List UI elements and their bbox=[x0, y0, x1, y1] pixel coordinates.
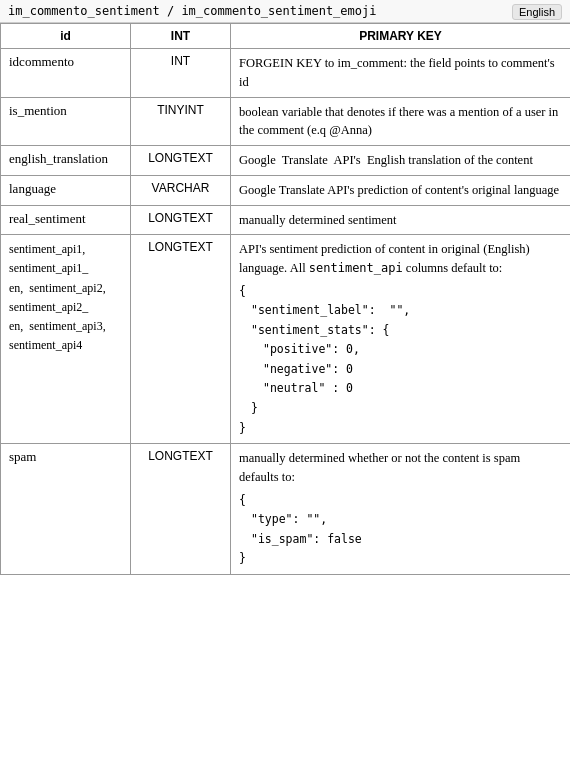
row-type-is-mention: TINYINT bbox=[131, 97, 231, 146]
row-type-language: VARCHAR bbox=[131, 175, 231, 205]
code-block-spam: { "type": "", "is_spam": false } bbox=[239, 491, 562, 569]
spam-defaults-label: defaults to: bbox=[239, 470, 295, 484]
row-desc-real-sentiment: manually determined sentiment bbox=[231, 205, 571, 235]
desc-intro: API's sentiment prediction of content in… bbox=[239, 242, 530, 275]
table-row: idcommento INT FORGEIN KEY to im_comment… bbox=[1, 49, 571, 98]
breadcrumb-text: im_commento_sentiment / im_commento_sent… bbox=[8, 4, 376, 18]
row-type-spam: LONGTEXT bbox=[131, 444, 231, 575]
code-line: } bbox=[239, 419, 562, 439]
code-line: } bbox=[251, 399, 562, 419]
page-wrapper: im_commento_sentiment / im_commento_sent… bbox=[0, 0, 570, 575]
row-desc-is-mention: boolean variable that denotes if there w… bbox=[231, 97, 571, 146]
table-row: sentiment_api1, sentiment_api1_ en, sent… bbox=[1, 235, 571, 444]
breadcrumb-bar: im_commento_sentiment / im_commento_sent… bbox=[0, 0, 570, 23]
table-row: english_translation LONGTEXT Google Tran… bbox=[1, 146, 571, 176]
row-type-sentiment-api: LONGTEXT bbox=[131, 235, 231, 444]
code-line: { bbox=[239, 491, 562, 511]
header-type: INT bbox=[131, 24, 231, 49]
row-type-english-translation: LONGTEXT bbox=[131, 146, 231, 176]
row-id-spam: spam bbox=[1, 444, 131, 575]
code-line: "is_spam": false bbox=[251, 530, 562, 550]
row-id-idcommento: idcommento bbox=[1, 49, 131, 98]
row-id-real-sentiment: real_sentiment bbox=[1, 205, 131, 235]
schema-table: id INT PRIMARY KEY idcommento INT FORGEI… bbox=[0, 23, 570, 575]
table-row: real_sentiment LONGTEXT manually determi… bbox=[1, 205, 571, 235]
row-id-language: language bbox=[1, 175, 131, 205]
header-id: id bbox=[1, 24, 131, 49]
table-row: language VARCHAR Google Translate API's … bbox=[1, 175, 571, 205]
row-desc-spam: manually determined whether or not the c… bbox=[231, 444, 571, 575]
header-desc: PRIMARY KEY bbox=[231, 24, 571, 49]
language-badge: English bbox=[512, 4, 562, 20]
spam-desc-text: manually determined whether or not the c… bbox=[239, 451, 520, 465]
code-block-sentiment: { "sentiment_label": "", "sentiment_stat… bbox=[239, 282, 562, 438]
row-type-real-sentiment: LONGTEXT bbox=[131, 205, 231, 235]
row-desc-sentiment-api: API's sentiment prediction of content in… bbox=[231, 235, 571, 444]
table-header-row: id INT PRIMARY KEY bbox=[1, 24, 571, 49]
code-line: "neutral" : 0 bbox=[263, 379, 562, 399]
row-id-sentiment-api: sentiment_api1, sentiment_api1_ en, sent… bbox=[1, 235, 131, 444]
code-line: "negative": 0 bbox=[263, 360, 562, 380]
row-desc-english-translation: Google Translate API's English translati… bbox=[231, 146, 571, 176]
row-desc-language: Google Translate API's prediction of con… bbox=[231, 175, 571, 205]
code-line: "sentiment_label": "", bbox=[251, 301, 562, 321]
code-line: } bbox=[239, 549, 562, 569]
code-line: { bbox=[239, 282, 562, 302]
code-line: "positive": 0, bbox=[263, 340, 562, 360]
row-id-english-translation: english_translation bbox=[1, 146, 131, 176]
mono-sentiment-api: sentiment_api bbox=[309, 261, 403, 275]
code-line: "type": "", bbox=[251, 510, 562, 530]
row-id-is-mention: is_mention bbox=[1, 97, 131, 146]
row-type-idcommento: INT bbox=[131, 49, 231, 98]
row-desc-idcommento: FORGEIN KEY to im_comment: the field poi… bbox=[231, 49, 571, 98]
table-row: is_mention TINYINT boolean variable that… bbox=[1, 97, 571, 146]
code-line: "sentiment_stats": { bbox=[251, 321, 562, 341]
table-row: spam LONGTEXT manually determined whethe… bbox=[1, 444, 571, 575]
